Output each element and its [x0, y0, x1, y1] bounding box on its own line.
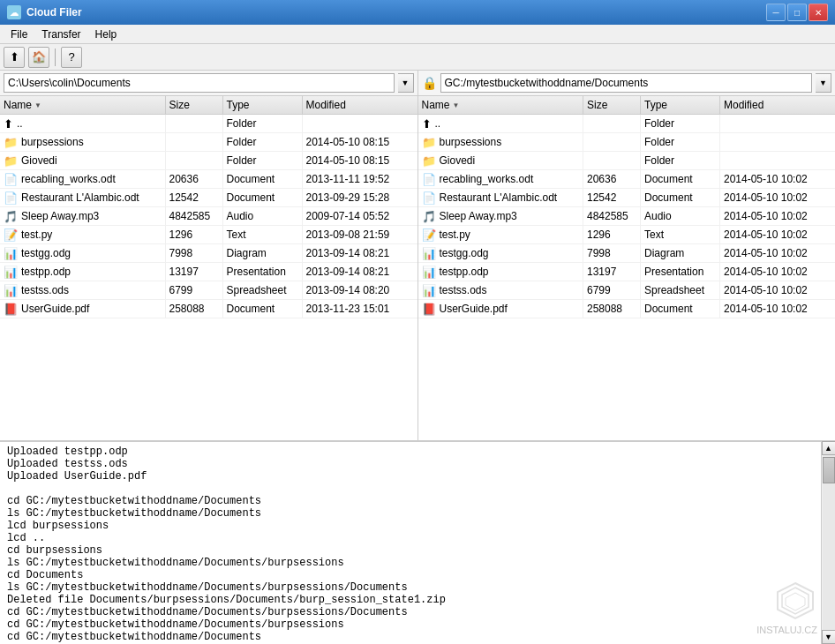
table-row[interactable]: 📁 burpsessions Folder 2014-05-10 08:15	[0, 133, 418, 152]
right-header-name[interactable]: Name ▼	[418, 96, 584, 114]
log-area[interactable]: Uploaded testpp.odpUploaded testss.odsUp…	[0, 441, 821, 644]
file-name: UserGuide.pdf	[440, 303, 508, 315]
file-name: testss.ods	[440, 284, 487, 296]
file-icon: 🎵	[4, 210, 18, 223]
left-header-size[interactable]: Size	[166, 96, 223, 114]
file-size-cell: 7998	[166, 244, 223, 262]
file-name: burpsessions	[440, 136, 502, 148]
left-address-dropdown[interactable]: ▼	[398, 73, 414, 93]
left-panel: ▼ Name ▼ Size Type Modified ⬆	[0, 71, 418, 440]
table-row[interactable]: 📊 testss.ods 6799 Spreadsheet 2014-05-10…	[418, 281, 836, 300]
left-address-input[interactable]	[4, 73, 395, 93]
close-button[interactable]: ✕	[809, 4, 828, 21]
file-size-cell: 20636	[583, 170, 641, 188]
table-row[interactable]: 📄 Restaurant L'Alambic.odt 12542 Documen…	[418, 189, 836, 207]
right-file-list: Name ▼ Size Type Modified ⬆ .. Folder	[418, 96, 836, 440]
file-icon: 📁	[422, 136, 436, 149]
file-modified-cell: 2013-11-11 19:52	[303, 170, 418, 188]
file-type-cell: Document	[641, 170, 720, 188]
file-name: ..	[435, 117, 441, 130]
file-icon: ⬆	[422, 117, 432, 131]
file-icon: 📁	[4, 136, 18, 149]
table-row[interactable]: 📊 testss.ods 6799 Spreadsheet 2013-09-14…	[0, 281, 418, 300]
table-row[interactable]: 📝 test.py 1296 Text 2014-05-10 10:02	[418, 226, 836, 244]
table-row[interactable]: 📁 burpsessions Folder	[418, 133, 836, 152]
file-size-cell: 1296	[583, 226, 641, 243]
table-row[interactable]: 📊 testpp.odp 13197 Presentation 2014-05-…	[418, 263, 836, 281]
file-modified-cell	[720, 152, 835, 169]
file-name: Sleep Away.mp3	[21, 210, 99, 222]
table-row[interactable]: 📄 recabling_works.odt 20636 Document 201…	[0, 170, 418, 189]
file-name: ..	[17, 117, 23, 130]
help-button[interactable]: ?	[61, 47, 82, 68]
minimize-button[interactable]: ─	[766, 4, 786, 21]
table-row[interactable]: 🎵 Sleep Away.mp3 4842585 Audio 2014-05-1…	[418, 207, 836, 226]
left-header-name[interactable]: Name ▼	[0, 96, 166, 114]
maximize-button[interactable]: □	[787, 4, 807, 21]
file-size-cell	[583, 115, 641, 132]
table-row[interactable]: 📄 recabling_works.odt 20636 Document 201…	[418, 170, 836, 189]
table-row[interactable]: ⬆ .. Folder	[0, 115, 418, 133]
file-size-cell: 258088	[583, 300, 641, 318]
file-icon: 📝	[422, 228, 436, 242]
file-modified-cell: 2014-05-10 10:02	[720, 244, 835, 262]
svg-marker-0	[778, 583, 813, 618]
right-address-input[interactable]	[440, 73, 813, 93]
file-name: recabling_works.odt	[440, 173, 534, 185]
file-name-cell: 📝 test.py	[0, 226, 166, 243]
file-name: testpp.odp	[440, 266, 489, 278]
file-size-cell	[166, 152, 223, 169]
right-address-bar: 🔒 ▼	[418, 71, 836, 96]
file-modified-cell: 2013-09-14 08:20	[303, 281, 418, 299]
file-modified-cell: 2014-05-10 10:02	[720, 226, 835, 243]
file-icon: 📊	[4, 247, 18, 260]
list-item: Uploaded testss.ods	[7, 458, 814, 470]
scroll-thumb[interactable]	[823, 457, 835, 483]
list-item: cd GC:/mytestbucketwithoddname/Documents	[7, 495, 814, 507]
table-row[interactable]: 📊 testgg.odg 7998 Diagram 2013-09-14 08:…	[0, 244, 418, 263]
right-header-size[interactable]: Size	[583, 96, 641, 114]
home-button[interactable]: 🏠	[28, 47, 49, 68]
left-header-modified[interactable]: Modified	[303, 96, 418, 114]
table-row[interactable]: 📝 test.py 1296 Text 2013-09-08 21:59	[0, 226, 418, 244]
file-type-cell: Folder	[641, 133, 720, 151]
file-icon: 📄	[422, 191, 436, 205]
file-type-cell: Text	[223, 226, 303, 243]
table-row[interactable]: 📊 testgg.odg 7998 Diagram 2014-05-10 10:…	[418, 244, 836, 263]
menu-help[interactable]: Help	[88, 26, 124, 42]
right-header-modified[interactable]: Modified	[720, 96, 835, 114]
table-row[interactable]: 📄 Restaurant L'Alambic.odt 12542 Documen…	[0, 189, 418, 207]
file-modified-cell: 2014-05-10 10:02	[720, 263, 835, 281]
file-icon: 📊	[422, 284, 436, 297]
scroll-track	[823, 455, 835, 630]
file-name: Restaurant L'Alambic.odt	[21, 191, 139, 204]
table-row[interactable]: ⬆ .. Folder	[418, 115, 836, 133]
file-icon: 📄	[4, 173, 18, 186]
table-row[interactable]: 🎵 Sleep Away.mp3 4842585 Audio 2009-07-1…	[0, 207, 418, 226]
file-icon: 📕	[4, 303, 18, 316]
table-row[interactable]: 📁 Giovedi Folder 2014-05-10 08:15	[0, 152, 418, 170]
table-row[interactable]: 📊 testpp.odp 13197 Presentation 2013-09-…	[0, 263, 418, 281]
file-type-cell: Folder	[641, 115, 720, 132]
up-button[interactable]: ⬆	[4, 47, 25, 68]
list-item: cd Documents	[7, 569, 814, 581]
scroll-up-button[interactable]: ▲	[822, 441, 836, 455]
left-header-type[interactable]: Type	[223, 96, 303, 114]
menu-transfer[interactable]: Transfer	[34, 26, 87, 42]
table-row[interactable]: 📕 UserGuide.pdf 258088 Document 2014-05-…	[418, 300, 836, 318]
file-type-cell: Folder	[223, 152, 303, 169]
menu-file[interactable]: File	[4, 26, 34, 42]
file-size-cell: 13197	[583, 263, 641, 281]
file-size-cell: 12542	[166, 189, 223, 206]
file-modified-cell: 2014-05-10 10:02	[720, 281, 835, 299]
file-icon: 📕	[422, 303, 436, 316]
file-modified-cell	[303, 115, 418, 132]
scroll-down-button[interactable]: ▼	[822, 630, 836, 644]
file-modified-cell: 2014-05-10 08:15	[303, 152, 418, 169]
table-row[interactable]: 📕 UserGuide.pdf 258088 Document 2013-11-…	[0, 300, 418, 318]
file-icon: 📊	[4, 284, 18, 297]
right-header-type[interactable]: Type	[641, 96, 720, 114]
table-row[interactable]: 📁 Giovedi Folder	[418, 152, 836, 170]
right-address-dropdown[interactable]: ▼	[816, 73, 831, 93]
file-name: burpsessions	[21, 136, 84, 148]
